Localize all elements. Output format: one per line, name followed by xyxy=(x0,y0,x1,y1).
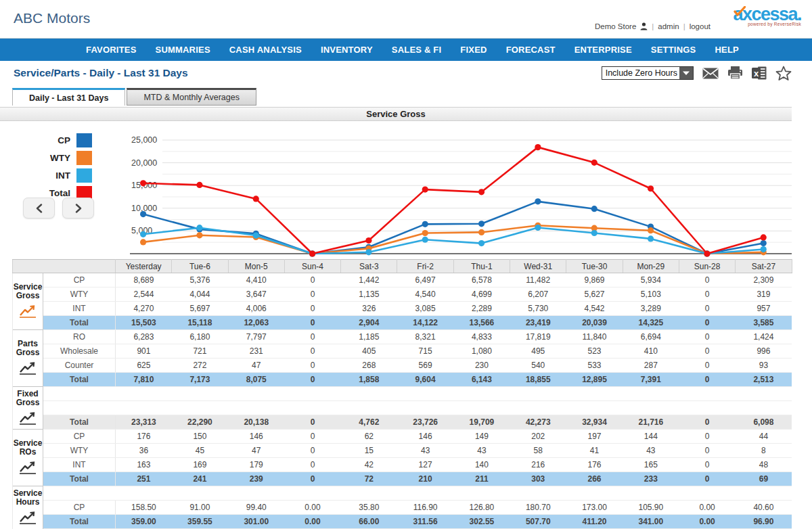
value-cell: 169 xyxy=(172,458,228,472)
value-cell: 7,810 xyxy=(116,373,172,387)
column-header-mon-5: Mon-5 xyxy=(228,260,284,273)
nav-item-forecast[interactable]: FORECAST xyxy=(506,45,556,55)
value-cell: 8,075 xyxy=(228,373,284,387)
nav-item-fixed[interactable]: FIXED xyxy=(460,45,487,55)
value-cell: 7,173 xyxy=(172,373,228,387)
user-person-icon[interactable] xyxy=(640,22,648,30)
int-data-point xyxy=(140,231,146,237)
total-data-point xyxy=(140,180,146,186)
value-cell: 158.50 xyxy=(116,501,172,515)
value-cell: 4,410 xyxy=(228,273,284,288)
row-label: Total xyxy=(43,316,116,330)
chart-next-button[interactable] xyxy=(62,198,94,218)
tab-mtd-monthly-averages[interactable]: MTD & Monthly Averages xyxy=(127,88,256,106)
email-icon[interactable] xyxy=(702,68,719,79)
value-cell: 3,585 xyxy=(736,316,792,330)
row-label: CP xyxy=(43,273,116,288)
value-cell: 17,819 xyxy=(510,330,566,344)
value-cell: 105.90 xyxy=(623,501,679,515)
value-cell: 0 xyxy=(679,430,735,444)
value-cell: 4,044 xyxy=(172,288,228,302)
value-cell: 231 xyxy=(228,344,284,359)
legend-item-wty: WTY xyxy=(16,150,92,165)
nav-item-help[interactable]: HELP xyxy=(715,45,738,55)
value-cell: 6,578 xyxy=(453,273,510,288)
value-cell: 341.00 xyxy=(623,515,679,529)
value-cell: 3,289 xyxy=(623,302,679,316)
table-row: Service Hours xyxy=(13,486,792,501)
value-cell: 241 xyxy=(172,472,228,486)
value-cell: 62 xyxy=(341,430,397,444)
value-cell: 14,122 xyxy=(397,316,453,330)
store-name[interactable]: Demo Store xyxy=(595,22,636,30)
legend-label: Total xyxy=(49,188,70,198)
excel-export-icon[interactable]: x xyxy=(752,66,767,80)
nav-item-sales-fi[interactable]: SALES & FI xyxy=(392,45,442,55)
value-cell: 8 xyxy=(736,444,792,458)
value-cell: 495 xyxy=(510,344,566,359)
total-row: Total15,50315,11812,06302,90414,12213,56… xyxy=(13,316,792,330)
value-cell: 4,699 xyxy=(453,288,510,302)
total-data-point xyxy=(309,250,315,256)
main-nav: FAVORITESSUMMARIESCASH ANALYSISINVENTORY… xyxy=(0,39,812,61)
nav-item-enterprise[interactable]: ENTERPRISE xyxy=(574,45,632,55)
tab-daily-last-31-days[interactable]: Daily - Last 31 Days xyxy=(12,88,125,106)
value-cell: 0 xyxy=(679,273,735,288)
nav-item-inventory[interactable]: INVENTORY xyxy=(321,45,373,55)
value-cell: 6,180 xyxy=(172,330,228,344)
trend-chart-icon-wrap[interactable] xyxy=(19,507,37,526)
chart-prev-button[interactable] xyxy=(23,198,55,218)
value-cell: 0 xyxy=(284,344,340,359)
separator: | xyxy=(652,22,654,30)
nav-item-cash-analysis[interactable]: CASH ANALYSIS xyxy=(229,45,302,55)
value-cell: 405 xyxy=(341,344,397,359)
table-row: Wholesale90172123104057151,0804955234100… xyxy=(13,344,792,359)
trend-chart-icon-wrap[interactable] xyxy=(19,300,37,320)
cp-data-point xyxy=(422,221,428,227)
row-group-label: Service Gross xyxy=(13,283,43,300)
value-cell: 4,833 xyxy=(453,330,510,344)
table-row: WTY2,5444,0443,64701,1354,5404,6996,2075… xyxy=(13,288,792,302)
value-cell: 3,085 xyxy=(397,302,453,316)
wty-data-point xyxy=(196,232,202,238)
row-label: Total xyxy=(43,415,116,430)
favorite-star-icon[interactable] xyxy=(775,66,792,80)
trend-chart-icon-wrap[interactable] xyxy=(19,457,37,476)
value-cell: 210 xyxy=(397,472,453,486)
row-group-service-hours: Service Hours xyxy=(13,486,43,529)
logout-link[interactable]: logout xyxy=(690,22,710,30)
value-cell: 9,869 xyxy=(566,273,623,288)
cp-data-point xyxy=(535,198,541,204)
value-cell: 0 xyxy=(284,288,340,302)
value-cell: 0 xyxy=(679,472,735,486)
value-cell: 0 xyxy=(284,330,340,344)
trend-chart-icon-wrap[interactable] xyxy=(19,357,37,377)
value-cell: 165 xyxy=(623,458,679,472)
value-cell: 202 xyxy=(510,430,566,444)
value-cell: 21,716 xyxy=(623,415,679,430)
nav-item-favorites[interactable]: FAVORITES xyxy=(86,45,137,55)
value-cell: 6,283 xyxy=(116,330,172,344)
print-icon[interactable] xyxy=(727,66,743,80)
value-cell: 233 xyxy=(623,472,679,486)
trend-chart-icon-wrap[interactable] xyxy=(19,407,37,427)
value-cell: 0 xyxy=(679,444,735,458)
chart-pager xyxy=(23,198,94,218)
int-data-point xyxy=(761,246,767,252)
row-label: Counter xyxy=(43,359,116,373)
column-header-sun-28: Sun-28 xyxy=(679,260,735,273)
report-toolbar: Service/Parts - Daily - Last 31 Days Inc… xyxy=(0,61,812,86)
username-link[interactable]: admin xyxy=(658,22,679,30)
value-cell: 127 xyxy=(397,458,453,472)
value-cell: 150 xyxy=(172,430,228,444)
include-zero-hours-select[interactable]: Include Zero Hours xyxy=(602,66,694,80)
filter-selected-value: Include Zero Hours xyxy=(602,67,679,79)
nav-item-summaries[interactable]: SUMMARIES xyxy=(156,45,210,55)
int-data-point xyxy=(253,232,259,238)
chevron-down-icon[interactable] xyxy=(679,67,693,79)
wty-data-point xyxy=(140,239,146,245)
value-cell: 149 xyxy=(453,430,510,444)
wty-series-swatch xyxy=(76,151,92,165)
chart-section-title: Service Gross xyxy=(0,107,792,121)
nav-item-settings[interactable]: SETTINGS xyxy=(651,45,696,55)
